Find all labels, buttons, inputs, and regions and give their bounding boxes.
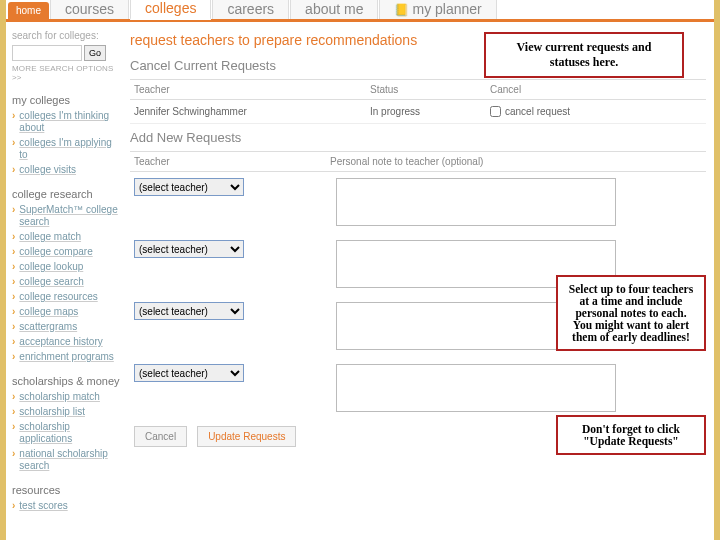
sidebar-heading: my colleges [12, 94, 120, 106]
update-requests-button[interactable]: Update Requests [197, 426, 296, 447]
chevron-icon: › [12, 321, 15, 333]
col-status: Status [370, 84, 490, 95]
sidebar-item[interactable]: ›scholarship applications [12, 421, 120, 445]
sidebar-item[interactable]: ›colleges I'm thinking about [12, 110, 120, 134]
sidebar-group-college-research: college research ›SuperMatch™ college se… [12, 188, 120, 363]
add-requests-header: Teacher Personal note to teacher (option… [130, 151, 706, 172]
sidebar-heading: college research [12, 188, 120, 200]
sidebar-group-my-colleges: my colleges ›colleges I'm thinking about… [12, 94, 120, 176]
chevron-icon: › [12, 246, 15, 258]
sidebar-item[interactable]: ›enrichment programs [12, 351, 120, 363]
sidebar-item-label: enrichment programs [19, 351, 113, 363]
sidebar-item-label: college visits [19, 164, 76, 176]
chevron-icon: › [12, 137, 15, 149]
sidebar-item[interactable]: ›college maps [12, 306, 120, 318]
current-requests-header: Teacher Status Cancel [130, 79, 706, 100]
sidebar-item-label: colleges I'm thinking about [19, 110, 120, 134]
sidebar-item-label: college maps [19, 306, 78, 318]
teacher-note-4[interactable] [336, 364, 616, 412]
add-section-title: Add New Requests [130, 130, 706, 145]
chevron-icon: › [12, 261, 15, 273]
cancel-request-label: cancel request [505, 106, 570, 117]
chevron-icon: › [12, 336, 15, 348]
sidebar-group-scholarships: scholarships & money ›scholarship match … [12, 375, 120, 472]
college-search-input[interactable] [12, 45, 82, 61]
sidebar-item-label: SuperMatch™ college search [19, 204, 120, 228]
sidebar-item[interactable]: ›national scholarship search [12, 448, 120, 472]
home-tab[interactable]: home [8, 2, 49, 19]
sidebar-item-label: college lookup [19, 261, 83, 273]
teacher-note-1[interactable] [336, 178, 616, 226]
col-teacher: Teacher [130, 156, 330, 167]
chevron-icon: › [12, 306, 15, 318]
chevron-icon: › [12, 276, 15, 288]
chevron-icon: › [12, 406, 15, 418]
chevron-icon: › [12, 351, 15, 363]
callout-select-teachers: Select up to four teachers at a time and… [556, 275, 706, 351]
sidebar-item[interactable]: ›college search [12, 276, 120, 288]
sidebar-item-label: scattergrams [19, 321, 77, 333]
sidebar-item[interactable]: ›college match [12, 231, 120, 243]
cancel-request-checkbox[interactable] [490, 106, 501, 117]
sidebar: search for colleges: Go MORE SEARCH OPTI… [6, 22, 126, 523]
teacher-select-1[interactable]: (select teacher) [134, 178, 244, 196]
chevron-icon: › [12, 204, 15, 216]
teacher-select-2[interactable]: (select teacher) [134, 240, 244, 258]
sidebar-item[interactable]: ›colleges I'm applying to [12, 137, 120, 161]
sidebar-group-resources: resources ›test scores [12, 484, 120, 512]
add-request-row: (select teacher) [130, 358, 706, 420]
sidebar-item[interactable]: ›college lookup [12, 261, 120, 273]
col-note: Personal note to teacher (optional) [330, 156, 706, 167]
chevron-icon: › [12, 500, 15, 512]
chevron-icon: › [12, 448, 15, 460]
nav-my-planner[interactable]: my planner [379, 0, 496, 19]
chevron-icon: › [12, 421, 15, 433]
teacher-select-3[interactable]: (select teacher) [134, 302, 244, 320]
chevron-icon: › [12, 231, 15, 243]
add-request-row: (select teacher) [130, 172, 706, 234]
callout-update-requests: Don't forget to click "Update Requests" [556, 415, 706, 455]
cancel-button[interactable]: Cancel [134, 426, 187, 447]
sidebar-item-label: acceptance history [19, 336, 102, 348]
chevron-icon: › [12, 291, 15, 303]
sidebar-item-label: college compare [19, 246, 92, 258]
nav-about-me[interactable]: about me [290, 0, 378, 19]
sidebar-item-label: scholarship list [19, 406, 85, 418]
teacher-select-4[interactable]: (select teacher) [134, 364, 244, 382]
search-label: search for colleges: [12, 30, 120, 41]
sidebar-heading: scholarships & money [12, 375, 120, 387]
sidebar-item[interactable]: ›college visits [12, 164, 120, 176]
chevron-icon: › [12, 110, 15, 122]
sidebar-item-label: scholarship applications [19, 421, 120, 445]
sidebar-item-label: college match [19, 231, 81, 243]
nav-courses[interactable]: courses [50, 0, 129, 19]
sidebar-item-label: college search [19, 276, 83, 288]
callout-view-requests: View current requests and statuses here. [484, 32, 684, 78]
chevron-icon: › [12, 164, 15, 176]
col-teacher: Teacher [130, 84, 370, 95]
sidebar-item-label: test scores [19, 500, 67, 512]
sidebar-item-label: scholarship match [19, 391, 100, 403]
sidebar-item[interactable]: ›test scores [12, 500, 120, 512]
nav-colleges[interactable]: colleges [130, 0, 211, 20]
sidebar-heading: resources [12, 484, 120, 496]
sidebar-item[interactable]: ›college compare [12, 246, 120, 258]
top-nav: home courses colleges careers about me m… [6, 0, 714, 22]
sidebar-item-label: college resources [19, 291, 97, 303]
row-status: In progress [370, 106, 490, 117]
sidebar-item[interactable]: ›acceptance history [12, 336, 120, 348]
sidebar-item[interactable]: ›college resources [12, 291, 120, 303]
sidebar-item[interactable]: ›scholarship list [12, 406, 120, 418]
row-teacher: Jennifer Schwinghammer [130, 106, 370, 117]
sidebar-item[interactable]: ›SuperMatch™ college search [12, 204, 120, 228]
chevron-icon: › [12, 391, 15, 403]
sidebar-item[interactable]: ›scattergrams [12, 321, 120, 333]
sidebar-item-label: national scholarship search [19, 448, 120, 472]
go-button[interactable]: Go [84, 45, 106, 61]
col-cancel: Cancel [490, 84, 706, 95]
current-request-row: Jennifer Schwinghammer In progress cance… [130, 100, 706, 124]
more-search-options-link[interactable]: MORE SEARCH OPTIONS >> [12, 64, 120, 82]
nav-careers[interactable]: careers [212, 0, 289, 19]
sidebar-item[interactable]: ›scholarship match [12, 391, 120, 403]
sidebar-item-label: colleges I'm applying to [19, 137, 120, 161]
